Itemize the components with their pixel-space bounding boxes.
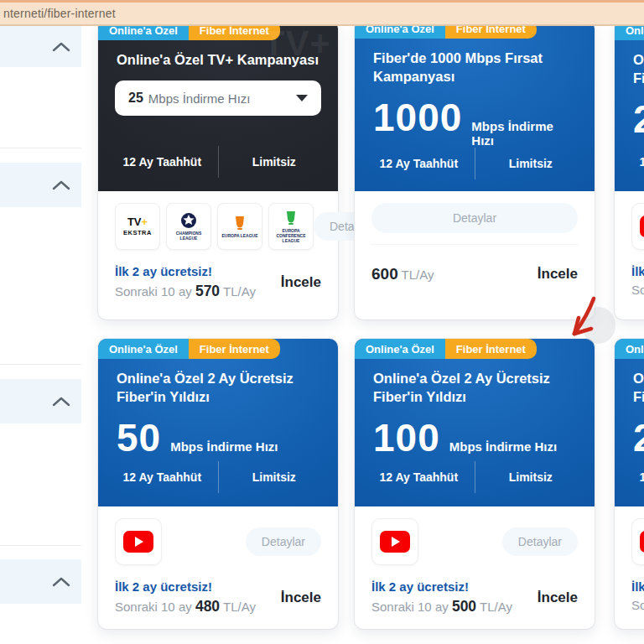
detaylar-button[interactable]: Detaylar: [246, 527, 321, 556]
incele-link[interactable]: İncele: [281, 274, 321, 291]
plan-card-25mbps[interactable]: Online'a Özel Fiber İnternet Online'a Öz…: [615, 20, 644, 319]
detaylar-button[interactable]: Detaylar: [371, 203, 578, 233]
speed-value: 25: [633, 100, 644, 138]
speed-suffix: Mbps İndirme Hızı: [471, 119, 576, 148]
speed-suffix: Mbps İndirme Hızı: [449, 439, 557, 454]
limit-label: Limitsiz: [219, 470, 330, 484]
badge-fiber-internet: Fiber İnternet: [445, 339, 537, 359]
url-text: nterneti/fiber-internet: [0, 7, 116, 20]
card-title: Online'a Özel 2 Ay Ücretsiz Fiber'in Yıl…: [633, 50, 644, 88]
price-line: Sonraki 10 ay: [631, 598, 644, 612]
sidebar-section-4[interactable]: [0, 559, 81, 604]
sidebar-section-1[interactable]: [0, 26, 81, 67]
youtube-icon: [115, 518, 162, 565]
price-line: Sonraki 10 ay 500 TL/Ay: [371, 598, 512, 615]
price-line: Sonraki 10 ay 570 TL/Ay: [115, 283, 256, 300]
promo-text: İlk 2 ay ücretsiz!: [115, 579, 256, 594]
price-value: 600: [371, 265, 398, 283]
youtube-icon: [631, 518, 644, 565]
dropdown-suffix: Mbps İndirme Hızı: [148, 91, 296, 106]
plan-card-200mbps[interactable]: Online'a Özel Fiber İnternet Online'a Öz…: [615, 339, 644, 629]
badge-fiber-internet: Fiber İnternet: [189, 339, 280, 359]
sidebar-divider: [0, 545, 81, 546]
promo-text: İlk 2 ay ücretsiz!: [631, 264, 644, 278]
speed-value: 200: [633, 418, 644, 457]
commitment-label: 12 Ay Taahhüt: [623, 470, 644, 484]
card-title: Online'a Özel 2 Ay Ücretsiz Fiber'in Yıl…: [633, 369, 644, 407]
commitment-label: 12 Ay Taahhüt: [106, 155, 218, 169]
uefa-europa-conference-league-logo: EUROPA CONFERENCE LEAGUE: [268, 203, 314, 250]
badge-online-ozel: Online'a Özel: [98, 339, 189, 359]
limit-label: Limitsiz: [475, 470, 587, 484]
promo-text: İlk 2 ay ücretsiz!: [115, 264, 256, 278]
badge-online-ozel: Online'a Özel: [615, 339, 644, 359]
incele-link[interactable]: İncele: [538, 266, 578, 283]
price-line: 600 TL/Ay: [371, 265, 434, 283]
badge-online-ozel: Online'a Özel: [355, 339, 445, 359]
sidebar-section-2[interactable]: [0, 163, 81, 207]
promo-text: İlk 2 ay ücretsiz!: [371, 579, 512, 594]
speed-value: 100: [373, 418, 440, 457]
commitment-label: 12 Ay Taahhüt: [363, 157, 475, 170]
plan-card-tvplus[interactable]: TV+ Online'a Özel Fiber İnternet Online'…: [98, 20, 338, 319]
speed-suffix: Mbps İndirme Hızı: [170, 439, 278, 454]
youtube-icon: [631, 203, 644, 250]
incele-link[interactable]: İncele: [538, 589, 578, 606]
price-value: 570: [195, 283, 220, 299]
card-title: Fiber'de 1000 Mbps Fırsat Kampanyası: [373, 49, 566, 86]
youtube-icon: [371, 518, 418, 565]
plan-card-1000mbps[interactable]: Online'a Özel Fiber İnternet Fiber'de 10…: [355, 20, 595, 319]
page: nterneti/fiber-internet TV+ Online'a Öze…: [0, 0, 644, 644]
chevron-up-icon: [52, 397, 70, 407]
plan-card-100mbps[interactable]: Online'a Özel Fiber İnternet Online'a Öz…: [355, 339, 595, 629]
browser-url-bar[interactable]: nterneti/fiber-internet: [0, 0, 644, 26]
incele-link[interactable]: İncele: [281, 589, 321, 606]
divider: [371, 244, 578, 245]
tvplus-ekstra-logo: TV+ EKSTRA: [115, 203, 160, 250]
promo-text: İlk 2 ay ücretsiz!: [631, 579, 644, 594]
speed-dropdown[interactable]: 25 Mbps İndirme Hızı: [115, 80, 321, 116]
plan-card-50mbps[interactable]: Online'a Özel Fiber İnternet Online'a Öz…: [98, 339, 338, 629]
chevron-up-icon: [52, 577, 70, 587]
speed-value: 50: [117, 418, 161, 457]
limit-label: Limitsiz: [219, 155, 330, 169]
uefa-champions-league-logo: CHAMPIONS LEAGUE: [166, 203, 211, 250]
commitment-label: 12 Ay Taahhüt: [106, 470, 218, 484]
detaylar-button[interactable]: Detaylar: [502, 527, 578, 556]
chevron-up-icon: [52, 42, 70, 52]
chevron-down-icon: [296, 95, 308, 101]
price-line: Sonraki 10 ay 480 TL/Ay: [115, 598, 256, 615]
commitment-label: 12 Ay Taahhüt: [363, 470, 475, 484]
price-value: 480: [195, 598, 220, 615]
sidebar-divider: [0, 364, 81, 365]
card-title: Online'a Özel 2 Ay Ücretsiz Fiber'in Yıl…: [117, 369, 319, 407]
card-title: Online'a Özel TV+ Kampanyası: [117, 50, 319, 69]
sidebar-section-3[interactable]: [0, 379, 81, 423]
price-line: Sonraki 10 ay: [631, 283, 644, 297]
speed-value: 1000: [373, 98, 462, 137]
chevron-up-icon: [52, 180, 70, 190]
limit-label: Limitsiz: [475, 157, 587, 170]
price-value: 500: [452, 598, 476, 615]
uefa-europa-league-logo: EUROPA LEAGUE: [217, 203, 262, 250]
card-title: Online'a Özel 2 Ay Ücretsiz Fiber'in Yıl…: [373, 369, 576, 407]
commitment-label: 12 Ay Taahhüt: [623, 155, 644, 169]
sidebar-divider: [0, 148, 81, 148]
dropdown-value: 25: [128, 91, 143, 106]
